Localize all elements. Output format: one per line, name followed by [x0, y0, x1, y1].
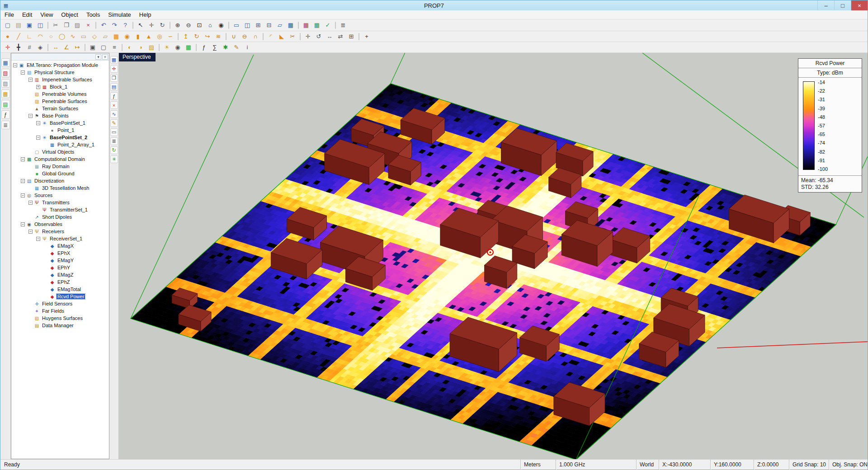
scripts-panel-icon[interactable]: ƒ [1, 110, 10, 119]
intersect-tool-icon[interactable]: ∩ [250, 32, 260, 41]
excitations-panel-icon[interactable]: ▩ [1, 89, 10, 98]
item-sources[interactable]: − ◎ Sources [11, 192, 109, 199]
save-all-icon[interactable]: ◫ [35, 21, 45, 30]
item-far-fields[interactable]: ✦ Far Fields [11, 307, 109, 315]
tree-expander[interactable] [28, 150, 33, 154]
info-icon[interactable]: i [242, 43, 252, 52]
table-view-icon[interactable]: ▤ [110, 83, 118, 91]
item-short-dipoles[interactable]: ↗ Short Dipoles [11, 213, 109, 221]
tree-expander[interactable]: − [21, 193, 25, 197]
point-tool-icon[interactable]: ● [3, 32, 13, 41]
view-tile-icon[interactable]: ▦ [286, 21, 296, 30]
copy-icon[interactable]: ❐ [61, 21, 71, 30]
pan-icon[interactable]: ✛ [146, 21, 156, 30]
item-base-points[interactable]: − ⚑ Base Points [11, 112, 109, 119]
view-horizontal-icon[interactable]: ⊟ [264, 21, 274, 30]
array-tool-icon[interactable]: ⊞ [346, 32, 356, 41]
union-tool-icon[interactable]: ∪ [229, 32, 239, 41]
refresh-icon[interactable]: ↻ [110, 146, 118, 154]
color-icon[interactable]: ◑ [136, 43, 146, 52]
tree-expander[interactable]: − [13, 63, 17, 67]
item-basepointset-1[interactable]: − ✳ BasePointSet_1 [11, 119, 109, 127]
item-receivers[interactable]: − Ψ Receivers [11, 228, 109, 235]
notes-icon[interactable]: ✎ [231, 43, 241, 52]
texture-icon[interactable]: ▨ [146, 43, 156, 52]
item-terrain-surfaces[interactable]: ▲ Terrain Surfaces [11, 105, 109, 112]
item-transmitters[interactable]: − Ψ Transmitters [11, 199, 109, 206]
tree-expander[interactable] [28, 99, 33, 103]
tree-expander[interactable]: − [36, 136, 40, 140]
help-icon[interactable]: ? [120, 21, 130, 30]
ellipse-tool-icon[interactable]: ◯ [57, 32, 67, 41]
tree-expander[interactable]: − [21, 157, 25, 161]
item-observables[interactable]: − ◉ Observables [11, 221, 109, 228]
tree-expander[interactable] [44, 280, 48, 284]
close-button[interactable]: × [851, 0, 868, 10]
cone-tool-icon[interactable]: ▲ [144, 32, 154, 41]
tree-expander[interactable]: − [28, 230, 33, 234]
layers-icon[interactable]: ≣ [110, 137, 118, 145]
extrude-tool-icon[interactable]: ↥ [181, 32, 191, 41]
item-help[interactable]: Help [135, 10, 156, 19]
trim-tool-icon[interactable]: ✂ [288, 32, 297, 41]
torus-tool-icon[interactable]: ◎ [155, 32, 165, 41]
view-four-icon[interactable]: ⊞ [253, 21, 263, 30]
item-data-manager[interactable]: ▤ Data Manager [11, 322, 109, 329]
item-penetrable-surfaces[interactable]: ▨ Penetrable Surfaces [11, 98, 109, 105]
loft-tool-icon[interactable]: ≋ [213, 32, 223, 41]
axes-icon[interactable]: ✛ [3, 43, 13, 52]
item-ephz[interactable]: ◆ EPhZ [11, 278, 109, 286]
subtract-tool-icon[interactable]: ⊖ [240, 32, 250, 41]
snap-toggle-icon[interactable]: ◈ [35, 43, 45, 52]
view-single-icon[interactable]: ▭ [231, 21, 241, 30]
tree-expander[interactable] [28, 309, 33, 313]
material-icon[interactable]: ◐ [125, 43, 135, 52]
circle-tool-icon[interactable]: ○ [46, 32, 56, 41]
validate-icon[interactable]: ✓ [323, 21, 333, 30]
project-tree-panel-icon[interactable]: ▦ [1, 58, 10, 67]
tree-expander[interactable] [28, 92, 33, 96]
rotate-tool-icon[interactable]: ↺ [314, 32, 324, 41]
add-primitive-icon[interactable]: + [362, 32, 372, 41]
tree-expander[interactable] [28, 215, 33, 219]
render-icon[interactable]: ▦ [184, 43, 193, 52]
grid-toggle-icon[interactable]: # [24, 43, 34, 52]
save-icon[interactable]: ▣ [24, 21, 34, 30]
tree-expander[interactable] [44, 258, 48, 263]
tree-expander[interactable] [28, 316, 33, 320]
item-point-2-array-1[interactable]: ▦ Point_2_Array_1 [11, 141, 109, 148]
camera-icon[interactable]: ◉ [173, 43, 183, 52]
plane-tool-icon[interactable]: ▱ [100, 32, 110, 41]
results-panel-icon[interactable]: ▤ [1, 100, 10, 108]
paste-icon[interactable]: ▨ [72, 21, 82, 30]
delete-view-icon[interactable]: × [110, 101, 118, 109]
zoom-out-icon[interactable]: ⊖ [184, 21, 193, 30]
tree-expander[interactable]: − [28, 201, 33, 205]
item-physical-structure[interactable]: − ▧ Physical Structure [11, 69, 109, 76]
panel-close-button[interactable]: × [102, 54, 108, 60]
mesh-check-icon[interactable]: ▦ [312, 21, 322, 30]
item-huygens-surfaces[interactable]: ▧ Huygens Surfaces [11, 315, 109, 322]
ruler-icon[interactable]: ▭ [110, 128, 118, 136]
measure-angle-icon[interactable]: ∠ [61, 43, 71, 52]
dimension-icon[interactable]: ↦ [72, 43, 82, 52]
tree-expander[interactable] [28, 164, 33, 169]
copy-image-icon[interactable]: ❐ [110, 74, 118, 82]
item-edit[interactable]: Edit [18, 10, 36, 19]
item-emagtotal[interactable]: ◆ EMagTotal [11, 286, 109, 293]
tree-expander[interactable]: − [28, 78, 33, 82]
chamfer-tool-icon[interactable]: ◣ [277, 32, 287, 41]
maximize-button[interactable]: □ [834, 0, 851, 10]
zoom-extents-icon[interactable]: ⌂ [205, 21, 215, 30]
item-block-1[interactable]: + ▦ Block_1 [11, 83, 109, 90]
zoom-selected-icon[interactable]: ◉ [216, 21, 226, 30]
item-global-ground[interactable]: ■ Global Ground [11, 170, 109, 177]
tree-expander[interactable]: − [28, 114, 33, 118]
item-emagx[interactable]: ◆ EMagX [11, 242, 109, 249]
item-ephx[interactable]: ◆ EPhX [11, 249, 109, 257]
undo-icon[interactable]: ↶ [99, 21, 108, 30]
sum-icon[interactable]: ∑ [210, 43, 220, 52]
plot-icon[interactable]: ∿ [110, 110, 118, 118]
light-icon[interactable]: ☀ [162, 43, 172, 52]
line-tool-icon[interactable]: ╱ [14, 32, 24, 41]
